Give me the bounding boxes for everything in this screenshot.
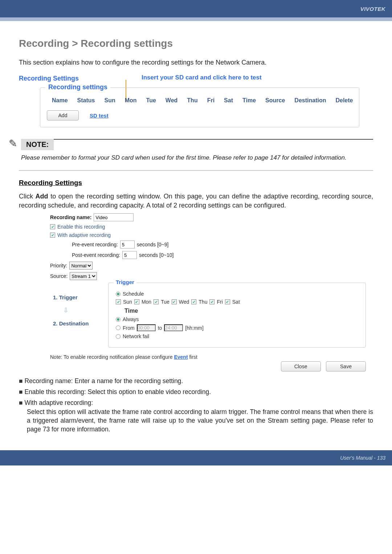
col-time: Time	[238, 97, 260, 104]
day-sat-checkbox[interactable]: ✔	[225, 299, 230, 304]
bullet-enable: Enable this recording: Select this optio…	[19, 387, 373, 396]
add-para-pre: Click	[19, 193, 36, 200]
from-label: From	[123, 325, 135, 331]
days-row: ✔Sun ✔Mon ✔Tue ✔Wed ✔Thu ✔Fri ✔Sat	[116, 299, 358, 305]
save-button[interactable]: Save	[326, 361, 366, 372]
recording-name-row: Recording name:	[50, 213, 366, 221]
col-status: Status	[73, 97, 99, 104]
add-button[interactable]: Add	[47, 110, 79, 120]
day-tue-label: Tue	[161, 299, 170, 305]
bullet-adaptive-body: Select this option will activate the fra…	[27, 407, 373, 434]
schedule-label: Schedule	[123, 291, 144, 297]
add-para-post: to open the recording setting window. On…	[19, 193, 373, 209]
col-destination: Destination	[290, 97, 330, 104]
col-fri: Fri	[203, 97, 219, 104]
enable-label: Enable this recording	[57, 224, 105, 230]
day-sun-checkbox[interactable]: ✔	[116, 299, 121, 304]
enable-checkbox[interactable]: ✔	[50, 224, 55, 229]
wizard-steps: 1. Trigger ⇩ 2. Destination	[50, 283, 105, 348]
day-mon-label: Mon	[142, 299, 151, 305]
networkfail-label: Network fail	[123, 333, 149, 339]
from-radio[interactable]	[116, 325, 121, 330]
day-sun-label: Sun	[123, 299, 132, 305]
recording-dialog: Recording name: ✔ Enable this recording …	[50, 213, 366, 372]
day-tue-checkbox[interactable]: ✔	[154, 299, 159, 304]
day-fri-label: Fri	[217, 299, 222, 305]
table-header-row: Name Status Sun Mon Tue Wed Thu Fri Sat …	[48, 97, 357, 104]
footer-bar: User's Manual - 133	[0, 450, 392, 465]
adaptive-row: ✔ With adaptive recording	[50, 232, 366, 238]
adaptive-checkbox[interactable]: ✔	[50, 233, 55, 238]
trigger-fieldset: Trigger Schedule ✔Sun ✔Mon ✔Tue ✔Wed ✔Th…	[108, 283, 366, 348]
pre-event-label: Pre-event recording:	[72, 242, 118, 247]
recording-name-label: Recording name:	[50, 214, 91, 220]
priority-select[interactable]: Normal	[69, 262, 93, 270]
enable-row: ✔ Enable this recording	[50, 224, 366, 230]
priority-row: Priority: Normal	[50, 262, 366, 270]
post-event-unit: seconds [0~10]	[139, 252, 173, 258]
day-mon-checkbox[interactable]: ✔	[134, 299, 139, 304]
close-button[interactable]: Close	[281, 361, 321, 372]
to-input[interactable]	[164, 324, 183, 331]
pre-event-input[interactable]	[120, 241, 135, 249]
post-event-input[interactable]	[122, 251, 137, 259]
add-paragraph: Click Add to open the recording setting …	[19, 192, 373, 210]
col-sun: Sun	[100, 97, 119, 104]
schedule-radio[interactable]	[116, 292, 121, 296]
hhmm-label: [hh:mm]	[185, 325, 204, 331]
recording-settings-subheading: Recording Settings	[19, 179, 373, 187]
source-label: Source:	[50, 273, 68, 279]
always-radio[interactable]	[116, 317, 121, 322]
step-trigger[interactable]: 1. Trigger	[50, 286, 105, 308]
dialog-note-post: first	[188, 354, 197, 360]
col-tue: Tue	[142, 97, 160, 104]
day-wed-checkbox[interactable]: ✔	[172, 299, 177, 304]
add-bold: Add	[36, 193, 48, 200]
recording-table: Name Status Sun Mon Tue Wed Thu Fri Sat …	[47, 96, 358, 105]
note-block: ✎ NOTE: Please remember to format your S…	[21, 139, 373, 162]
col-source: Source	[261, 97, 289, 104]
day-thu-checkbox[interactable]: ✔	[191, 299, 196, 304]
always-option: Always	[116, 316, 358, 322]
day-wed-label: Wed	[179, 299, 189, 305]
footer-text: User's Manual - 133	[340, 455, 385, 461]
pre-event-unit: seconds [0~9]	[137, 242, 169, 247]
source-row: Source: Stream 1	[50, 272, 366, 280]
arrow-icon: ⇩	[50, 308, 105, 312]
col-wed: Wed	[161, 97, 182, 104]
recording-name-input[interactable]	[94, 213, 134, 221]
col-thu: Thu	[183, 97, 202, 104]
networkfail-option: Network fail	[116, 333, 358, 339]
source-select[interactable]: Stream 1	[70, 272, 97, 280]
note-label: NOTE:	[21, 139, 54, 150]
pre-event-row: Pre-event recording: seconds [0~9]	[72, 241, 366, 249]
bullet-list: Recording name: Enter a name for the rec…	[19, 377, 373, 434]
from-input[interactable]	[137, 324, 156, 331]
bullet-recording-name: Recording name: Enter a name for the rec…	[19, 377, 373, 385]
dialog-note: Note: To enable recording notification p…	[50, 354, 366, 360]
day-sat-label: Sat	[232, 299, 240, 305]
intro-text: This section explains how to configure t…	[19, 58, 373, 67]
networkfail-radio[interactable]	[116, 334, 121, 339]
col-mon: Mon	[121, 97, 141, 104]
schedule-option: Schedule	[116, 291, 358, 297]
sd-test-link[interactable]: SD test	[90, 112, 109, 119]
priority-label: Priority:	[50, 263, 67, 268]
col-delete: Delete	[331, 97, 357, 104]
always-label: Always	[123, 316, 139, 322]
brand-label: VIVOTEK	[360, 6, 385, 12]
adaptive-label: With adaptive recording	[57, 232, 111, 238]
step-destination[interactable]: 2. Destination	[50, 312, 105, 335]
divider	[19, 170, 373, 171]
fieldset-legend: Recording settings	[45, 83, 110, 91]
page-title: Recording > Recording settings	[19, 38, 373, 49]
header-stripe	[0, 17, 392, 21]
recording-settings-fieldset: Recording settings Name Status Sun Mon T…	[40, 87, 359, 127]
bullet-adaptive: With adaptive recording: Select this opt…	[19, 398, 373, 434]
pencil-icon: ✎	[9, 138, 17, 149]
insert-sd-callout: Insert your SD card and click here to te…	[142, 74, 262, 81]
day-fri-checkbox[interactable]: ✔	[209, 299, 215, 304]
note-text: Please remember to format your SD card w…	[21, 154, 373, 162]
post-event-label: Post-event recording:	[72, 252, 120, 258]
event-link[interactable]: Event	[174, 354, 188, 360]
